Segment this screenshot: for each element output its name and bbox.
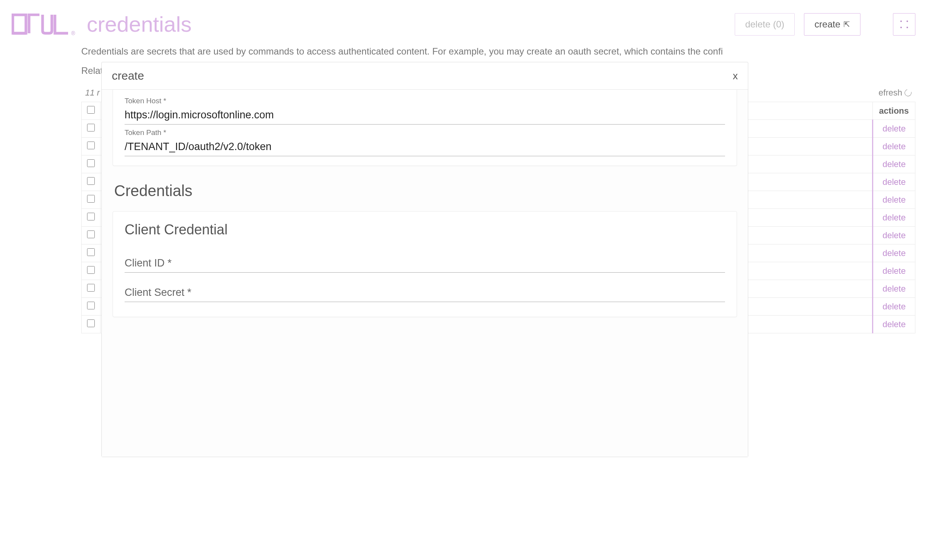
row-delete-action[interactable]: delete [873, 280, 915, 298]
row-checkbox[interactable] [87, 124, 95, 131]
create-button-label: create [814, 19, 840, 30]
client-id-input[interactable] [172, 257, 725, 269]
row-delete-action[interactable]: delete [873, 262, 915, 280]
svg-rect-0 [13, 15, 26, 33]
row-checkbox-cell [82, 262, 101, 280]
client-credential-title: Client Credential [125, 222, 725, 238]
row-delete-action[interactable]: delete [873, 298, 915, 316]
row-delete-action[interactable]: delete [873, 316, 915, 333]
row-delete-action[interactable]: delete [873, 155, 915, 173]
row-delete-action[interactable]: delete [873, 191, 915, 209]
row-checkbox[interactable] [87, 266, 95, 274]
client-secret-label: Client Secret * [125, 287, 192, 299]
brand-registered: ® [71, 30, 75, 36]
brand-logo: ® [12, 14, 75, 35]
create-modal: create x Token Host * Token Path * Crede… [101, 62, 748, 457]
row-checkbox-cell [82, 316, 101, 333]
row-checkbox[interactable] [87, 319, 95, 327]
row-checkbox[interactable] [87, 302, 95, 309]
row-checkbox[interactable] [87, 159, 95, 167]
create-button[interactable]: create ⇱ [804, 13, 860, 36]
row-count: 11 r [85, 88, 100, 98]
row-checkbox-cell [82, 227, 101, 244]
expand-icon [900, 20, 908, 29]
row-delete-action[interactable]: delete [873, 173, 915, 191]
page-title: credentials [87, 12, 735, 37]
modal-body[interactable]: Token Host * Token Path * Credentials Cl… [102, 90, 748, 457]
row-checkbox-cell [82, 120, 101, 138]
row-checkbox[interactable] [87, 248, 95, 256]
select-all-header [82, 102, 101, 120]
token-path-input[interactable] [125, 138, 725, 156]
svg-point-6 [906, 27, 908, 28]
refresh-icon [903, 88, 913, 98]
row-checkbox[interactable] [87, 177, 95, 185]
token-path-label: Token Path * [125, 128, 725, 137]
client-credential-card: Client Credential Client ID * Client Sec… [113, 211, 737, 317]
row-checkbox-cell [82, 280, 101, 298]
row-checkbox-cell [82, 155, 101, 173]
modal-title: create [112, 69, 144, 82]
expand-button[interactable] [893, 13, 915, 36]
svg-point-4 [906, 20, 908, 22]
refresh-label: efresh [879, 88, 902, 98]
svg-point-3 [900, 20, 902, 22]
select-all-checkbox[interactable] [87, 106, 95, 114]
arrow-nw-icon: ⇱ [843, 20, 850, 29]
row-checkbox[interactable] [87, 213, 95, 220]
crul-logo-icon [12, 14, 70, 35]
row-checkbox[interactable] [87, 142, 95, 149]
row-checkbox-cell [82, 298, 101, 316]
modal-close-button[interactable]: x [733, 70, 738, 82]
svg-point-5 [900, 27, 902, 28]
page-description: Credentials are secrets that are used by… [81, 44, 754, 58]
token-card: Token Host * Token Path * [113, 90, 737, 166]
row-checkbox-cell [82, 138, 101, 155]
row-checkbox-cell [82, 191, 101, 209]
row-checkbox[interactable] [87, 195, 95, 203]
row-delete-action[interactable]: delete [873, 138, 915, 155]
refresh-button[interactable]: efresh [879, 88, 912, 98]
client-secret-input[interactable] [192, 287, 725, 299]
credentials-section-title: Credentials [114, 182, 737, 200]
token-host-input[interactable] [125, 107, 725, 125]
row-delete-action[interactable]: delete [873, 120, 915, 138]
row-checkbox-cell [82, 209, 101, 227]
row-delete-action[interactable]: delete [873, 209, 915, 227]
client-id-label: Client ID * [125, 257, 172, 269]
row-checkbox[interactable] [87, 284, 95, 292]
row-delete-action[interactable]: delete [873, 244, 915, 262]
row-checkbox-cell [82, 244, 101, 262]
actions-header: actions [873, 102, 915, 120]
row-delete-action[interactable]: delete [873, 227, 915, 244]
token-host-label: Token Host * [125, 97, 725, 105]
row-checkbox-cell [82, 173, 101, 191]
row-checkbox[interactable] [87, 230, 95, 238]
delete-button[interactable]: delete (0) [735, 13, 795, 36]
